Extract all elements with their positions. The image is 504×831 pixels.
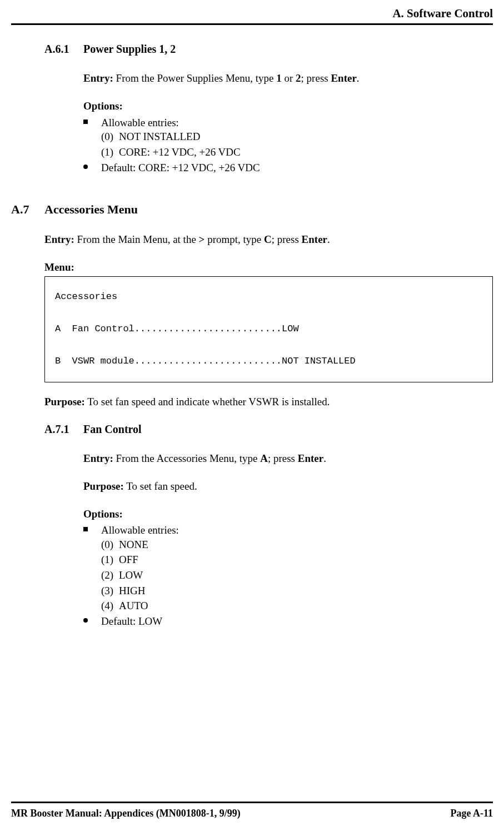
bullet-item: Default: CORE: +12 VDC, +26 VDC: [83, 161, 493, 175]
bullet-item: Allowable entries: (0)NOT INSTALLED (1)C…: [83, 116, 493, 160]
entry-text: or: [282, 72, 296, 84]
entry-text: .: [327, 233, 330, 245]
option-num: (1): [101, 553, 119, 567]
heading-a61: A.6.1Power Supplies 1, 2: [44, 42, 493, 57]
heading-a7: A.7Accessories Menu: [11, 201, 493, 218]
bullet-item: Default: LOW: [83, 614, 493, 629]
option-val: NONE: [119, 539, 148, 550]
heading-text: Fan Control: [83, 423, 142, 435]
option-val: HIGH: [119, 585, 146, 596]
option-row: (0)NOT INSTALLED: [101, 130, 493, 144]
heading-num: A.7.1: [44, 422, 83, 437]
footer-right: Page A-11: [451, 807, 493, 820]
option-val: CORE: +12 VDC, +26 VDC: [119, 146, 241, 158]
menu-label: Menu:: [44, 260, 493, 275]
entry-text: ; press: [272, 233, 302, 245]
purpose-para: Purpose: To set fan speed.: [83, 479, 493, 494]
entry-text: ; press: [268, 452, 298, 464]
menu-box: Accessories A Fan Control...............…: [44, 276, 493, 382]
header-rule: [11, 23, 493, 25]
options-label: Options:: [83, 99, 493, 113]
option-num: (3): [101, 584, 119, 598]
menu-line: B VSWR module..........................N…: [55, 356, 356, 366]
heading-text: Power Supplies 1, 2: [83, 43, 176, 55]
default-text: Default: LOW: [101, 615, 162, 627]
option-row: (4)AUTO: [101, 599, 493, 613]
entry-para: Entry: From the Main Menu, at the > prom…: [44, 232, 493, 247]
entry-key: C: [264, 233, 272, 245]
purpose-label: Purpose:: [83, 480, 124, 492]
heading-a71: A.7.1Fan Control: [44, 422, 493, 437]
option-val: LOW: [119, 569, 143, 581]
option-val: AUTO: [119, 600, 148, 611]
entry-text: From the Power Supplies Menu, type: [113, 72, 276, 84]
page-footer: MR Booster Manual: Appendices (MN001808-…: [11, 802, 493, 820]
option-val: NOT INSTALLED: [119, 131, 200, 142]
entry-para: Entry: From the Power Supplies Menu, typ…: [83, 71, 493, 86]
option-row: (0)NONE: [101, 538, 493, 552]
entry-text: From the Accessories Menu, type: [113, 452, 260, 464]
entry-key: A: [260, 452, 268, 464]
options-label: Options:: [83, 507, 493, 521]
option-row: (1)OFF: [101, 553, 493, 567]
heading-text: Accessories Menu: [44, 202, 138, 216]
purpose-para: Purpose: To set fan speed and indicate w…: [44, 395, 493, 409]
bullet-item: Allowable entries: (0)NONE (1)OFF (2)LOW…: [83, 523, 493, 613]
purpose-text: To set fan speed.: [124, 480, 197, 492]
entry-key: 2: [296, 72, 301, 84]
entry-label: Entry:: [83, 72, 113, 84]
option-row: (2)LOW: [101, 568, 493, 583]
heading-num: A.6.1: [44, 42, 83, 57]
entry-key: 1: [276, 72, 282, 84]
entry-key: >: [199, 233, 205, 245]
menu-line: Accessories: [55, 291, 117, 302]
heading-num: A.7: [11, 201, 44, 218]
option-num: (4): [101, 599, 119, 613]
entry-key: Enter: [331, 72, 356, 84]
footer-left: MR Booster Manual: Appendices (MN001808-…: [11, 807, 241, 820]
option-num: (0): [101, 130, 119, 144]
entry-para: Entry: From the Accessories Menu, type A…: [83, 451, 493, 466]
entry-text: From the Main Menu, at the: [74, 233, 199, 245]
entry-label: Entry:: [44, 233, 74, 245]
entry-key: Enter: [298, 452, 323, 464]
entry-text: .: [323, 452, 326, 464]
option-row: (3)HIGH: [101, 584, 493, 598]
allowable-label: Allowable entries:: [101, 523, 493, 538]
entry-key: Enter: [302, 233, 327, 245]
default-text: Default: CORE: +12 VDC, +26 VDC: [101, 162, 260, 173]
option-num: (2): [101, 568, 119, 583]
footer-rule: [11, 802, 493, 803]
entry-text: prompt, type: [204, 233, 264, 245]
entry-label: Entry:: [83, 452, 113, 464]
entry-text: ; press: [301, 72, 331, 84]
purpose-text: To set fan speed and indicate whether VS…: [85, 396, 330, 407]
page-header-title: A. Software Control: [11, 6, 493, 23]
option-num: (0): [101, 538, 119, 552]
option-row: (1)CORE: +12 VDC, +26 VDC: [101, 145, 493, 160]
allowable-label: Allowable entries:: [101, 116, 493, 130]
menu-line: A Fan Control..........................L…: [55, 324, 299, 334]
entry-text: .: [357, 72, 360, 84]
option-val: OFF: [119, 554, 138, 565]
purpose-label: Purpose:: [44, 396, 85, 407]
option-num: (1): [101, 145, 119, 160]
